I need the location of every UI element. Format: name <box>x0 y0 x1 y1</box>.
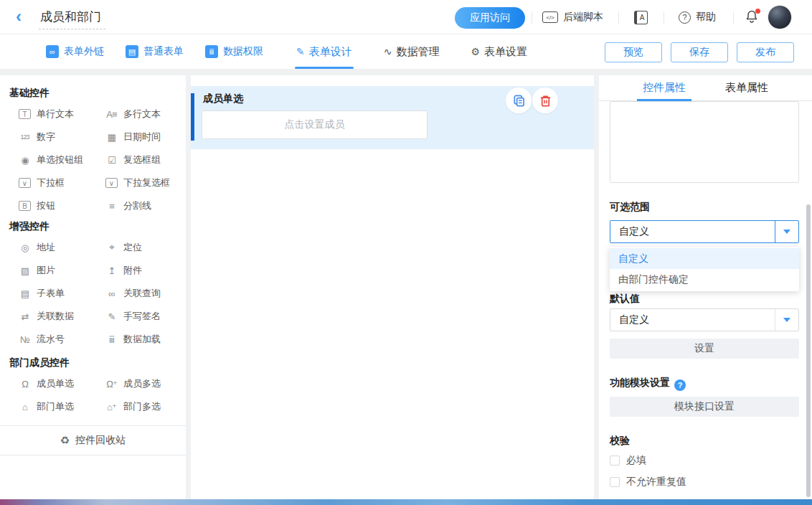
external-link-icon: ∞ <box>46 45 59 58</box>
default-value-select[interactable]: 自定义 <box>610 308 799 331</box>
control-label: 数字 <box>37 131 55 143</box>
control-signature[interactable]: ✎ 手写签名 <box>105 305 186 328</box>
publish-button[interactable]: 发布 <box>737 42 794 62</box>
control-datetime[interactable]: ▦ 日期时间 <box>105 126 186 148</box>
control-label: 流水号 <box>37 333 65 346</box>
normal-form-button[interactable]: ▤ 普通表单 <box>126 34 184 69</box>
divider-icon: ≡ <box>105 200 118 212</box>
control-dropdown-multi[interactable]: ∨ 下拉复选框 <box>105 171 186 194</box>
control-image[interactable]: ▧ 图片 <box>19 259 105 282</box>
range-option-by-dept[interactable]: 由部门控件确定 <box>610 269 799 290</box>
control-subform[interactable]: ▤ 子表单 <box>19 282 105 305</box>
module-help-icon[interactable]: ? <box>674 379 686 391</box>
control-dept-single[interactable]: ⌂ 部门单选 <box>19 395 105 418</box>
tab-form-design-label: 表单设计 <box>309 45 352 59</box>
tab-data-management[interactable]: ∿ 数据管理 <box>384 34 440 69</box>
tab-form-settings[interactable]: ⚙ 表单设置 <box>471 34 527 69</box>
control-dept-multi[interactable]: ⌂⁺ 部门多选 <box>105 395 186 418</box>
notification-badge <box>755 9 760 14</box>
form-canvas[interactable]: 成员单选 点击设置成员 <box>191 75 594 499</box>
control-address[interactable]: ◎ 地址 <box>19 236 105 259</box>
control-radio-group[interactable]: ◉ 单选按钮组 <box>19 148 105 171</box>
upload-icon: ↥ <box>105 265 118 277</box>
control-dropdown[interactable]: ∨ 下拉框 <box>19 171 105 194</box>
control-member-single[interactable]: Ω 成员单选 <box>19 372 105 395</box>
control-number[interactable]: 123 数字 <box>19 126 105 148</box>
required-checkbox[interactable]: 必填 <box>610 454 646 467</box>
tab-control-properties[interactable]: 控件属性 <box>639 75 689 100</box>
control-recycle-bin[interactable]: ♻ 控件回收站 <box>0 425 186 456</box>
module-api-settings-button[interactable]: 模块接口设置 <box>610 397 799 417</box>
tab-form-design[interactable]: ✎ 表单设计 <box>296 34 352 69</box>
selected-indicator-bar <box>191 93 194 141</box>
toolbar-actions: 预览 保存 发布 <box>605 42 794 62</box>
control-button[interactable]: B 按钮 <box>19 194 105 217</box>
control-member-multi[interactable]: Ω⁺ 成员多选 <box>105 372 186 395</box>
external-link-label: 表单外链 <box>64 45 104 58</box>
control-label: 关联查询 <box>123 287 161 300</box>
help-button[interactable]: ? 帮助 <box>679 0 716 34</box>
range-option-custom[interactable]: 自定义 <box>610 248 799 269</box>
control-label: 部门单选 <box>37 400 74 413</box>
control-label: 单选按钮组 <box>37 154 83 166</box>
document-icon: ▤ <box>126 45 138 58</box>
data-permission-label: 数据权限 <box>223 45 263 58</box>
image-icon: ▧ <box>19 265 31 277</box>
panel-scrollbar[interactable] <box>806 204 811 497</box>
control-checkbox-group[interactable]: ☑ 复选框组 <box>105 148 186 171</box>
range-select[interactable]: 自定义 <box>610 220 799 243</box>
control-label: 日期时间 <box>123 131 161 143</box>
control-serial-number[interactable]: № 流水号 <box>19 328 105 351</box>
control-divider-line[interactable]: ≡ 分割线 <box>105 194 186 217</box>
backend-script-button[interactable]: </> 后端脚本 <box>542 0 603 34</box>
control-data-load[interactable]: ⅲ 数据加载 <box>105 328 186 351</box>
checkbox-box <box>610 456 620 466</box>
control-label: 下拉框 <box>37 176 65 189</box>
no-duplicate-checkbox[interactable]: 不允许重复值 <box>610 476 686 489</box>
data-permission-button[interactable]: ⅲ 数据权限 <box>205 34 263 69</box>
calendar-icon: ▦ <box>105 131 118 143</box>
button-control-icon: B <box>19 201 31 211</box>
range-label: 可选范围 <box>610 201 650 214</box>
module-settings-text: 功能模块设置 <box>610 377 670 388</box>
control-label: 部门多选 <box>123 400 161 413</box>
form-external-link-button[interactable]: ∞ 表单外链 <box>46 34 104 69</box>
control-label: 图片 <box>37 264 55 277</box>
recycle-label: 控件回收站 <box>75 434 126 447</box>
control-label: 成员单选 <box>37 377 74 390</box>
field-description-textarea[interactable] <box>610 101 799 183</box>
checkbox-box <box>610 477 620 487</box>
control-multi-line-text[interactable]: A≡ 多行文本 <box>105 103 186 126</box>
back-icon[interactable]: ‹ <box>16 6 22 27</box>
control-label: 附件 <box>123 264 142 277</box>
api-docs-button[interactable]: A <box>634 0 648 34</box>
property-panel-tabs: 控件属性 表单属性 <box>599 75 812 101</box>
dropdown-multi-icon: ∨ <box>105 178 118 188</box>
range-select-value: 自定义 <box>610 225 775 238</box>
preview-button[interactable]: 预览 <box>605 42 662 62</box>
control-linked-data[interactable]: ⇄ 关联数据 <box>19 305 105 328</box>
desktop-edge-strip <box>0 499 812 505</box>
tab-form-properties[interactable]: 表单属性 <box>722 75 772 100</box>
save-button[interactable]: 保存 <box>671 42 728 62</box>
control-attachment[interactable]: ↥ 附件 <box>105 259 186 282</box>
tab-data-management-label: 数据管理 <box>396 45 439 59</box>
default-select-value: 自定义 <box>610 313 775 326</box>
header-divider <box>664 11 664 24</box>
selected-field-card[interactable]: 成员单选 点击设置成员 <box>191 86 594 149</box>
control-library-sidebar: 基础控件 T 单行文本 A≡ 多行文本 123 数字 ▦ 日期时间 ◉ 单选按钮… <box>0 75 186 499</box>
user-avatar[interactable] <box>768 5 792 29</box>
form-title[interactable]: 成员和部门 <box>39 9 105 29</box>
delete-field-button[interactable] <box>532 88 558 113</box>
app-access-button[interactable]: 应用访问 <box>455 7 525 29</box>
workspace: 基础控件 T 单行文本 A≡ 多行文本 123 数字 ▦ 日期时间 ◉ 单选按钮… <box>0 70 812 499</box>
notification-bell-icon[interactable] <box>745 9 760 25</box>
control-location[interactable]: ⌖ 定位 <box>105 236 186 259</box>
set-default-button[interactable]: 设置 <box>610 339 799 359</box>
member-picker-input[interactable]: 点击设置成员 <box>202 110 428 139</box>
control-single-line-text[interactable]: T 单行文本 <box>19 103 105 126</box>
basic-controls-grid: T 单行文本 A≡ 多行文本 123 数字 ▦ 日期时间 ◉ 单选按钮组 ☑ 复… <box>19 103 186 217</box>
copy-field-button[interactable] <box>506 88 532 113</box>
control-linked-query[interactable]: ∞ 关联查询 <box>105 282 186 305</box>
checkbox-icon: ☑ <box>105 154 118 166</box>
